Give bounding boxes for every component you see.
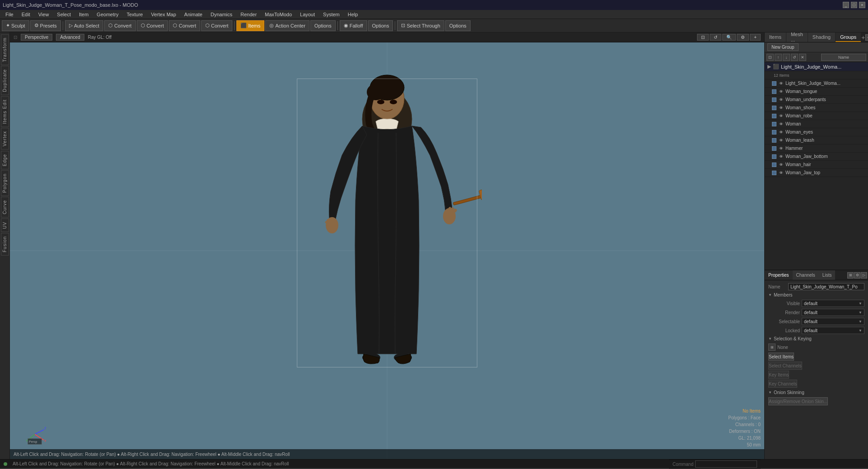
- props-expand-btn[interactable]: ⊞: [847, 272, 854, 279]
- tab-mesh[interactable]: Mesh ...: [786, 33, 808, 42]
- menu-help[interactable]: Help: [344, 11, 362, 18]
- item-check-icon: [772, 98, 776, 102]
- tab-groups[interactable]: Groups: [836, 33, 861, 42]
- maximize-button[interactable]: □: [851, 2, 857, 8]
- action-center-button[interactable]: ◎ Action Center: [265, 20, 309, 31]
- list-item[interactable]: 👁 Woman_leash: [765, 136, 868, 144]
- gc-btn-1[interactable]: ⊡: [766, 54, 774, 61]
- list-item[interactable]: 👁 Woman_tongue: [765, 88, 868, 96]
- menu-texture[interactable]: Texture: [123, 11, 147, 18]
- selectable-dropdown[interactable]: default ▼: [802, 318, 864, 325]
- sidebar-tab-duplicate[interactable]: Duplicate: [1, 66, 9, 95]
- gc-btn-4[interactable]: ↺: [791, 54, 798, 61]
- select-through-button[interactable]: ⊡ Select Through: [397, 20, 444, 31]
- add-tab-button[interactable]: +: [861, 33, 865, 42]
- list-item[interactable]: 👁 Woman_underpants: [765, 96, 868, 104]
- menu-dynamics[interactable]: Dynamics: [207, 11, 236, 18]
- falloff-button[interactable]: ◉ Falloff: [340, 20, 367, 31]
- auto-select-button[interactable]: ▷ Auto Select: [65, 20, 103, 31]
- menu-file[interactable]: File: [2, 11, 17, 18]
- window-controls[interactable]: _ □ ×: [843, 2, 865, 8]
- sidebar-tab-polygon[interactable]: Polygon: [1, 170, 9, 196]
- minimize-button[interactable]: _: [843, 2, 849, 8]
- options3-button[interactable]: Options: [445, 20, 471, 31]
- list-item[interactable]: 👁 Hammer: [765, 144, 868, 153]
- assign-remove-onion-button[interactable]: Assign/Remove Onion Skin...: [768, 397, 828, 405]
- select-items-button[interactable]: Select Items: [768, 353, 794, 361]
- menu-view[interactable]: View: [35, 11, 53, 18]
- menu-maxtomodo[interactable]: MaxToModo: [261, 11, 295, 18]
- props-tab-lists[interactable]: Lists: [819, 270, 836, 280]
- menu-select[interactable]: Select: [53, 11, 74, 18]
- item-check-icon: [772, 163, 776, 167]
- tab-items[interactable]: Items: [765, 33, 786, 42]
- convert4-button[interactable]: ⬡ Convert: [201, 20, 233, 31]
- convert2-button[interactable]: ⬡ Convert: [137, 20, 168, 31]
- view-btn-3[interactable]: 🔍: [722, 34, 736, 41]
- sidebar-tab-items[interactable]: Items Edit: [1, 96, 9, 127]
- convert3-button[interactable]: ⬡ Convert: [169, 20, 200, 31]
- select-channels-button[interactable]: Select Channels: [768, 362, 802, 370]
- list-item[interactable]: 👁 Woman_shoes: [765, 104, 868, 112]
- viewport[interactable]: Z X Y Persp No Items Polygons : Face Cha…: [10, 42, 764, 459]
- props-tab-properties[interactable]: Properties: [765, 270, 793, 280]
- view-btn-1[interactable]: ⊡: [697, 34, 709, 41]
- menu-layout[interactable]: Layout: [296, 11, 319, 18]
- list-item[interactable]: 👁 Light_Skin_Judge_Woma...: [765, 79, 868, 88]
- advanced-button[interactable]: Advanced: [56, 34, 84, 41]
- visible-dropdown[interactable]: default ▼: [802, 300, 864, 307]
- list-item[interactable]: 👁 Woman_robe: [765, 112, 868, 120]
- gc-btn-5[interactable]: ✕: [799, 54, 806, 61]
- sculpt-button[interactable]: ✦ Sculpt: [2, 20, 29, 31]
- gc-btn-3[interactable]: ↓: [783, 54, 790, 61]
- items-button[interactable]: ⬛ Items: [236, 20, 264, 31]
- group-header-item[interactable]: ▶ ⬛ Light_Skin_Judge_Woma...: [765, 62, 868, 71]
- tab-shading[interactable]: Shading: [808, 33, 835, 42]
- locked-dropdown[interactable]: default ▼: [802, 327, 864, 334]
- sidebar-tab-uv[interactable]: UV: [1, 218, 9, 232]
- sidebar-tab-fusion[interactable]: Fusion: [1, 233, 9, 255]
- sidebar-tab-transform[interactable]: Transform: [1, 34, 9, 65]
- view-btn-4[interactable]: ⚙: [737, 34, 749, 41]
- view-btn-5[interactable]: +: [750, 34, 761, 41]
- list-item[interactable]: 👁 Woman_Jaw_top: [765, 169, 868, 177]
- menu-vertexmap[interactable]: Vertex Map: [148, 11, 180, 18]
- name-input[interactable]: Light_Skin_Judge_Woman_T_Po: [788, 283, 864, 290]
- gc-btn-2[interactable]: ↑: [775, 54, 782, 61]
- props-settings-btn[interactable]: ⚙: [854, 272, 860, 279]
- list-item[interactable]: 👁 Woman_Jaw_bottom: [765, 153, 868, 161]
- list-item[interactable]: 👁 Woman_eyes: [765, 128, 868, 136]
- key-channels-button[interactable]: Key Channels: [768, 380, 797, 388]
- menu-system[interactable]: System: [319, 11, 343, 18]
- perspective-button[interactable]: Perspective: [21, 34, 52, 41]
- polygons-label: Polygons : Face: [728, 414, 761, 421]
- options1-button[interactable]: Options: [310, 20, 336, 31]
- menu-edit[interactable]: Edit: [18, 11, 34, 18]
- options2-button[interactable]: Options: [368, 20, 393, 31]
- list-item[interactable]: 👁 Woman_hair: [765, 161, 868, 169]
- panel-collapse-btn[interactable]: ◁: [865, 34, 868, 41]
- character-3d: [292, 65, 482, 372]
- menu-item[interactable]: Item: [75, 11, 92, 18]
- props-tab-channels[interactable]: Channels: [793, 270, 819, 280]
- convert1-button[interactable]: ⬡ Convert: [104, 20, 136, 31]
- menu-animate[interactable]: Animate: [180, 11, 206, 18]
- eye-icon: 👁: [778, 170, 784, 176]
- view-btn-2[interactable]: ↺: [710, 34, 721, 41]
- props-arrow-btn[interactable]: ▷: [861, 272, 867, 279]
- close-button[interactable]: ×: [859, 2, 865, 8]
- sculpt-icon: ✦: [6, 23, 10, 28]
- gc-btn-name[interactable]: Name: [821, 54, 866, 61]
- sidebar-tab-curve[interactable]: Curve: [1, 197, 9, 218]
- select-through-icon: ⊡: [401, 23, 405, 28]
- sidebar-tab-vertex[interactable]: Vertex: [1, 128, 9, 149]
- command-input[interactable]: [695, 460, 757, 468]
- render-dropdown[interactable]: default ▼: [802, 309, 864, 316]
- presets-button[interactable]: ⚙ Presets: [30, 20, 61, 31]
- menu-geometry[interactable]: Geometry: [93, 11, 122, 18]
- key-items-button[interactable]: Key Items: [768, 371, 789, 379]
- list-item[interactable]: 👁 Woman: [765, 120, 868, 128]
- sidebar-tab-edge[interactable]: Edge: [1, 151, 9, 169]
- new-group-button[interactable]: New Group: [767, 43, 799, 51]
- menu-render[interactable]: Render: [237, 11, 260, 18]
